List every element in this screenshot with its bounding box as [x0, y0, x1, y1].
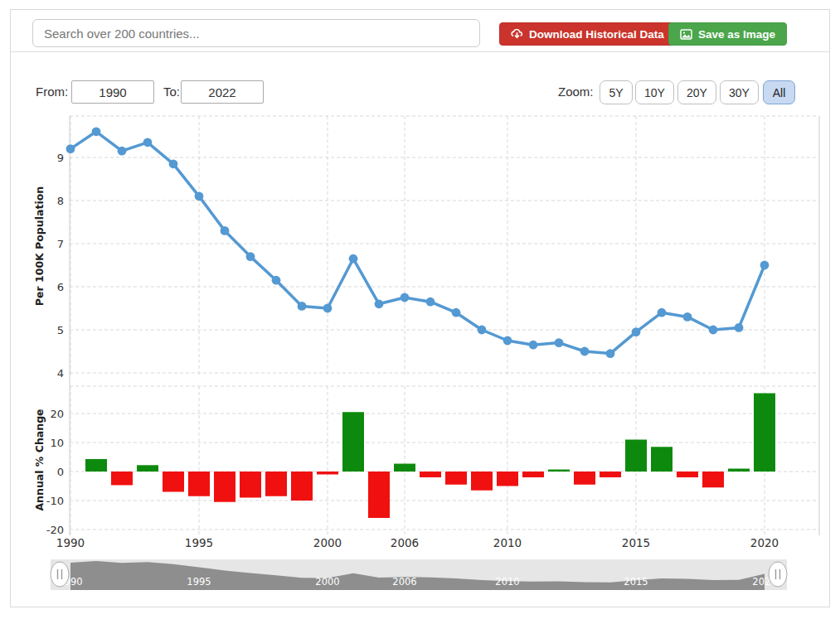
- chart-card: Download Historical Data Save as Image F…: [10, 9, 830, 607]
- zoom-all-button[interactable]: All: [763, 80, 795, 104]
- download-historical-data-button[interactable]: Download Historical Data: [499, 22, 676, 46]
- zoom-label: Zoom:: [558, 80, 594, 104]
- zoom-10y-button[interactable]: 10Y: [635, 80, 674, 104]
- search-input[interactable]: [32, 19, 480, 47]
- image-icon: [680, 29, 692, 40]
- download-button-label: Download Historical Data: [529, 28, 664, 41]
- to-year-input[interactable]: [181, 80, 264, 104]
- zoom-20y-button[interactable]: 20Y: [677, 80, 716, 104]
- zoom-5y-button[interactable]: 5Y: [600, 80, 633, 104]
- to-label: To:: [163, 80, 180, 104]
- save-as-image-button[interactable]: Save as Image: [668, 22, 787, 46]
- zoom-30y-button[interactable]: 30Y: [720, 80, 759, 104]
- download-icon: [511, 29, 523, 40]
- from-year-input[interactable]: [71, 80, 154, 104]
- top-bar: Download Historical Data Save as Image: [11, 10, 829, 52]
- from-label: From:: [36, 80, 68, 104]
- save-button-label: Save as Image: [698, 28, 775, 41]
